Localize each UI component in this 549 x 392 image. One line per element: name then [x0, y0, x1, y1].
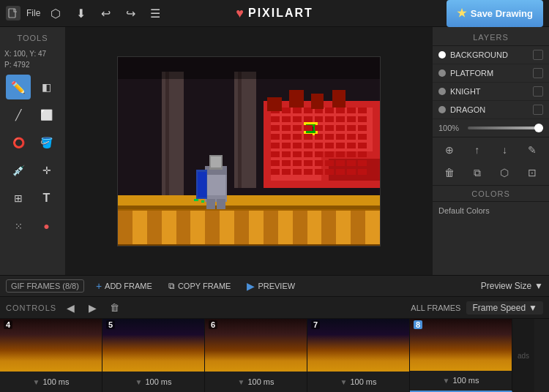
frame-thumb-8: 8 [410, 319, 512, 371]
preview-size-label: Preview Size [481, 281, 531, 291]
preview-btn[interactable]: ▶ PREVIEW [242, 279, 299, 293]
file-label[interactable]: File [26, 6, 40, 20]
frame-duration-7: ▼ 100 ms [340, 372, 377, 392]
preview-label: PREVIEW [258, 282, 295, 290]
pattern-tool[interactable]: ⊞ [6, 186, 31, 211]
layer-dot-platform [438, 69, 446, 77]
frame-thumb-4: 4 [0, 319, 102, 372]
copy-frame-btn[interactable]: ⧉ COPY FRAME [164, 279, 236, 293]
drawing-canvas[interactable] [117, 56, 381, 246]
frame-number-4: 4 [4, 320, 12, 329]
ads-text: ads [518, 352, 529, 360]
layer-dragon[interactable]: DRAGON [433, 101, 549, 119]
colors-label: COLORS [433, 186, 549, 202]
edit-layer-btn[interactable]: ✎ [523, 141, 541, 159]
frames-strip: 4 ▼ 100 ms 5 ▼ 100 ms 6 ▼ 100 ms 7 [0, 319, 549, 392]
layer-actions-row2: 🗑 ⧉ ⬡ ⊡ [433, 162, 549, 186]
save-star-icon: ★ [457, 7, 466, 20]
ellipse-tool[interactable]: ⭕ [6, 130, 31, 155]
copy-frame-label: COPY FRAME [178, 282, 231, 290]
delete-layer-btn[interactable]: 🗑 [441, 164, 458, 181]
frame-ms-5: 100 ms [145, 377, 171, 386]
frame-bg-5 [102, 319, 204, 372]
layer-vis-dragon[interactable] [533, 105, 543, 115]
opacity-thumb [534, 124, 543, 132]
canvas-area[interactable] [66, 27, 432, 275]
next-frame-btn[interactable]: ▶ [84, 300, 100, 316]
text-tool[interactable]: T [34, 186, 59, 211]
logo-text: PIXILART [248, 7, 313, 20]
frame-duration-4: ▼ 100 ms [33, 372, 70, 392]
top-bar: File ⬡ ⬇ ↩ ↪ ☰ ♥ PIXILART ★ Save Drawing [0, 0, 549, 27]
logo-heart: ♥ [236, 6, 244, 21]
delete-frame-btn[interactable]: 🗑 [106, 300, 122, 316]
frame-bg-8 [410, 319, 512, 371]
layer-vis-platform[interactable] [533, 68, 543, 78]
flatten-layer-btn[interactable]: ⊡ [523, 164, 541, 181]
merge-layer-btn[interactable]: ⬡ [496, 164, 513, 181]
select-tool[interactable]: ⬜ [34, 102, 59, 127]
copy-icon: ⧉ [168, 281, 175, 291]
frame-item-4[interactable]: 4 ▼ 100 ms [0, 319, 102, 392]
layer-vis-background[interactable] [533, 50, 543, 60]
duplicate-layer-btn[interactable]: ⧉ [468, 164, 486, 181]
dither-tool[interactable]: ⁙ [6, 214, 31, 238]
line-tool[interactable]: ╱ [6, 102, 31, 127]
coords-display: X: 100, Y: 47 P: 4792 [0, 47, 65, 75]
layer-name-platform: PLATFORM [450, 69, 529, 78]
frame-item-5[interactable]: 5 ▼ 100 ms [102, 319, 205, 392]
download-icon[interactable]: ⬇ [71, 4, 90, 23]
frame-number-5: 5 [106, 320, 115, 329]
arrow-left-icon-7: ▼ [340, 378, 348, 386]
layer-vis-knight[interactable] [533, 86, 543, 97]
frame-speed-btn[interactable]: Frame Speed ▼ [466, 301, 543, 314]
layer-knight[interactable]: KNIGHT [433, 83, 549, 101]
opacity-slider[interactable] [468, 127, 543, 129]
arrow-left-icon-5: ▼ [135, 378, 143, 386]
default-colors-label: Default Colors [438, 206, 543, 215]
frame-ms-6: 100 ms [247, 377, 274, 386]
layer-name-background: BACKGROUND [450, 50, 529, 59]
frame-item-6[interactable]: 6 ▼ 100 ms [205, 319, 307, 392]
file-section: File ⬡ ⬇ ↩ ↪ ☰ [6, 4, 165, 23]
layer-name-dragon: DRAGON [450, 105, 529, 114]
frame-item-8[interactable]: 8 ▼ 100 ms [410, 319, 512, 392]
coord-x: X: 100, Y: 47 [4, 48, 61, 59]
layers-label: LAYERS [433, 27, 549, 46]
move-down-btn[interactable]: ↓ [496, 141, 513, 159]
controls-label: CONTROLS [6, 304, 56, 312]
arrow-left-icon-6: ▼ [238, 378, 245, 386]
prev-frame-btn[interactable]: ◀ [62, 300, 78, 316]
tools-panel: TOOLS X: 100, Y: 47 P: 4792 ✏️ ◧ ╱ ⬜ ⭕ 🪣… [0, 27, 66, 275]
add-layer-btn[interactable]: ⊕ [441, 141, 458, 159]
frame-number-8: 8 [414, 320, 422, 329]
plus-icon: + [96, 280, 102, 292]
frame-thumb-5: 5 [102, 319, 204, 372]
paint-bucket[interactable]: 🪣 [34, 130, 59, 155]
move-tool[interactable]: ✛ [34, 158, 59, 183]
save-button[interactable]: ★ Save Drawing [447, 0, 543, 27]
arrow-left-icon: ▼ [33, 378, 40, 386]
layer-dot-background [438, 51, 446, 59]
pencil-tool[interactable]: ✏️ [6, 75, 31, 99]
preview-size-btn[interactable]: Preview Size ▼ [481, 281, 543, 291]
colors-section: Default Colors [433, 202, 549, 219]
eyedropper-tool[interactable]: 💉 [6, 158, 31, 183]
move-up-btn[interactable]: ↑ [468, 141, 486, 159]
frame-bg-4 [0, 319, 102, 372]
file-icon[interactable] [6, 6, 20, 20]
share-icon[interactable]: ⬡ [46, 4, 65, 23]
frame-item-7[interactable]: 7 ▼ 100 ms [307, 319, 410, 392]
undo-icon[interactable]: ↩ [96, 4, 115, 23]
layer-platform[interactable]: PLATFORM [433, 64, 549, 83]
brush-tool[interactable]: ● [34, 214, 59, 238]
add-frame-btn[interactable]: + ADD FRAME [92, 279, 157, 293]
chevron-down-icon: ▼ [534, 281, 543, 291]
frame-ms-8: 100 ms [452, 376, 479, 385]
eraser-tool[interactable]: ◧ [34, 75, 59, 99]
main-area: TOOLS X: 100, Y: 47 P: 4792 ✏️ ◧ ╱ ⬜ ⭕ 🪣… [0, 27, 549, 275]
redo-icon[interactable]: ↪ [121, 4, 140, 23]
frame-ms-7: 100 ms [350, 377, 376, 386]
menu-icon[interactable]: ☰ [146, 4, 165, 23]
layer-background[interactable]: BACKGROUND [433, 46, 549, 64]
